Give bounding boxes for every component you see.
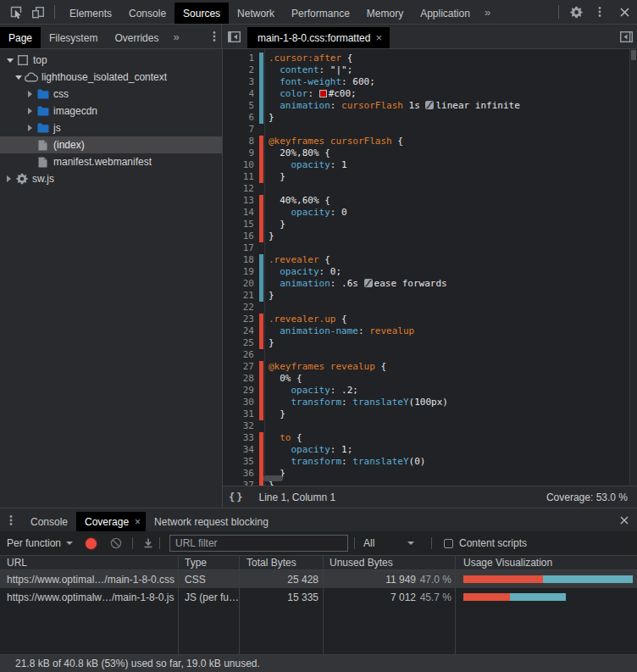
drawer-kebab-icon[interactable] [0, 508, 22, 531]
content-scripts-checkbox[interactable] [444, 539, 453, 548]
main-tab-console[interactable]: Console [120, 3, 174, 24]
code-editor[interactable]: 1.cursor:after {2 content: "|";3 font-we… [223, 49, 637, 486]
drawer-tab-console[interactable]: Console [22, 512, 76, 531]
vscroll-thumb[interactable] [631, 50, 636, 60]
url-filter-input[interactable]: URL filter [169, 535, 348, 552]
line-number[interactable]: 25 [223, 337, 254, 349]
line-number[interactable]: 35 [223, 456, 254, 468]
type-filter-dropdown[interactable]: All [358, 537, 426, 549]
line-number[interactable]: 18 [223, 254, 254, 266]
line-number[interactable]: 14 [223, 207, 254, 219]
tree-item-js[interactable]: js [0, 119, 222, 136]
tree-collapsed-arrow-icon[interactable] [25, 108, 36, 114]
drawer-tab-network-request-blocking[interactable]: Network request blocking [146, 512, 277, 531]
tree-item-lighthouse-isolated-context[interactable]: lighthouse_isolated_context [0, 69, 222, 86]
bezier-curve-icon[interactable] [425, 101, 434, 109]
line-number[interactable]: 8 [223, 136, 254, 147]
line-number[interactable]: 29 [223, 385, 254, 397]
more-panels-icon[interactable]: » [479, 0, 496, 24]
line-number[interactable]: 23 [223, 314, 254, 325]
editor-tab-main-css[interactable]: main-1-8-0.css:formatted × [247, 27, 390, 48]
tree-item-css[interactable]: css [0, 86, 222, 103]
coverage-row-js-per-fu-[interactable]: https://www.optimalw…/main-1-8-0.jsJS (p… [0, 588, 637, 606]
main-tab-application[interactable]: Application [412, 3, 479, 24]
tree-collapsed-arrow-icon[interactable] [3, 175, 14, 182]
navigator-tab-page[interactable]: Page [0, 27, 41, 48]
line-number[interactable]: 3 [223, 76, 254, 88]
kebab-menu-icon[interactable] [588, 0, 612, 24]
line-number[interactable]: 32 [223, 420, 254, 432]
navigator-more-tabs-icon[interactable]: » [167, 25, 185, 48]
bezier-curve-icon[interactable] [364, 279, 373, 287]
line-number[interactable]: 31 [223, 408, 254, 420]
column-header-unused-bytes[interactable]: Unused Bytes [323, 556, 455, 569]
tree-item-manifest-webmanifest[interactable]: manifest.webmanifest [0, 153, 222, 170]
column-header-usage-visualization[interactable]: Usage Visualization [455, 556, 637, 569]
main-tab-sources[interactable]: Sources [174, 3, 229, 24]
line-number[interactable]: 19 [223, 266, 254, 278]
line-number[interactable]: 22 [223, 302, 254, 314]
tree-expanded-arrow-icon[interactable] [4, 58, 15, 63]
line-number[interactable]: 33 [223, 432, 254, 444]
line-number[interactable]: 24 [223, 325, 254, 337]
coverage-mode-dropdown[interactable]: Per function [0, 537, 80, 549]
line-number[interactable]: 30 [223, 397, 254, 408]
line-number[interactable]: 5 [223, 100, 254, 112]
line-number[interactable]: 6 [223, 112, 254, 124]
line-number[interactable]: 15 [223, 219, 254, 230]
navigator-tab-overrides[interactable]: Overrides [106, 27, 167, 48]
device-toolbar-icon[interactable] [27, 0, 49, 24]
line-number[interactable]: 12 [223, 183, 254, 195]
line-number[interactable]: 11 [223, 171, 254, 183]
column-header-url[interactable]: URL [0, 556, 178, 569]
main-tab-network[interactable]: Network [229, 3, 283, 24]
tree-collapsed-arrow-icon[interactable] [25, 125, 36, 131]
line-number[interactable]: 16 [223, 230, 254, 242]
column-header-total-bytes[interactable]: Total Bytes [239, 556, 323, 569]
tree-expanded-arrow-icon[interactable] [13, 75, 24, 80]
line-number[interactable]: 9 [223, 147, 254, 159]
tree-item-top[interactable]: top [0, 52, 222, 69]
line-number[interactable]: 28 [223, 373, 254, 385]
record-button[interactable] [80, 538, 102, 549]
clear-button[interactable] [105, 537, 127, 549]
editor-vertical-scrollbar[interactable] [629, 49, 637, 486]
line-number[interactable]: 1 [223, 53, 254, 64]
inspect-icon[interactable] [5, 0, 27, 24]
line-number[interactable]: 7 [223, 124, 254, 136]
column-header-type[interactable]: Type [178, 556, 239, 569]
settings-gear-icon[interactable] [564, 0, 588, 24]
coverage-row-css[interactable]: https://www.optimal…/main-1-8-0.cssCSS25… [0, 570, 637, 588]
line-number[interactable]: 34 [223, 444, 254, 456]
line-number[interactable]: 17 [223, 242, 254, 254]
line-number[interactable]: 20 [223, 278, 254, 290]
tree-item--index-[interactable]: (index) [0, 136, 222, 153]
export-download-button[interactable] [137, 537, 159, 549]
navigator-tab-filesystem[interactable]: Filesystem [41, 27, 106, 48]
tree-item-sw-js[interactable]: sw.js [0, 170, 222, 187]
main-tab-elements[interactable]: Elements [61, 3, 120, 24]
line-number[interactable]: 10 [223, 159, 254, 171]
drawer-close-icon[interactable] [612, 508, 637, 531]
drawer-tab-coverage[interactable]: Coverage× [76, 512, 146, 531]
toggle-sidebar-icon[interactable] [615, 25, 637, 48]
line-number[interactable]: 21 [223, 290, 254, 302]
pretty-print-icon[interactable]: {} [229, 492, 244, 503]
line-number[interactable]: 26 [223, 349, 254, 361]
line-number[interactable]: 27 [223, 361, 254, 373]
line-number[interactable]: 2 [223, 64, 254, 76]
line-number[interactable]: 37 [223, 480, 254, 486]
main-tab-performance[interactable]: Performance [283, 3, 358, 24]
editor-horizontal-scrollbar[interactable] [263, 475, 283, 481]
main-tab-memory[interactable]: Memory [358, 3, 412, 24]
tree-item-imagecdn[interactable]: imagecdn [0, 103, 222, 119]
color-swatch-icon[interactable] [319, 90, 327, 97]
line-number[interactable]: 4 [223, 88, 254, 100]
drawer-tab-close-icon[interactable]: × [135, 517, 141, 527]
editor-tab-close-icon[interactable]: × [375, 32, 382, 43]
line-number[interactable]: 13 [223, 195, 254, 207]
close-devtools-icon[interactable] [612, 0, 637, 24]
hide-navigator-icon[interactable] [224, 25, 244, 48]
tree-collapsed-arrow-icon[interactable] [25, 91, 36, 97]
line-number[interactable]: 36 [223, 468, 254, 480]
